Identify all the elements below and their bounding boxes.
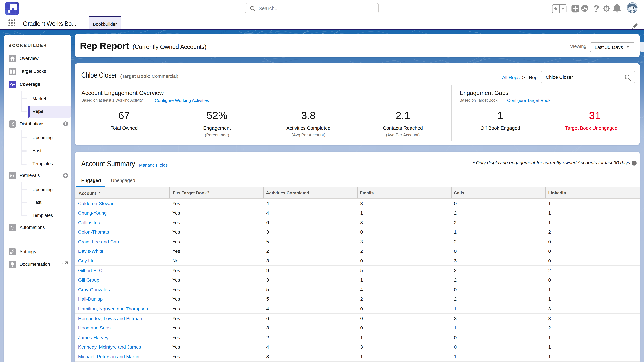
svg-text:?: ? <box>593 3 600 14</box>
